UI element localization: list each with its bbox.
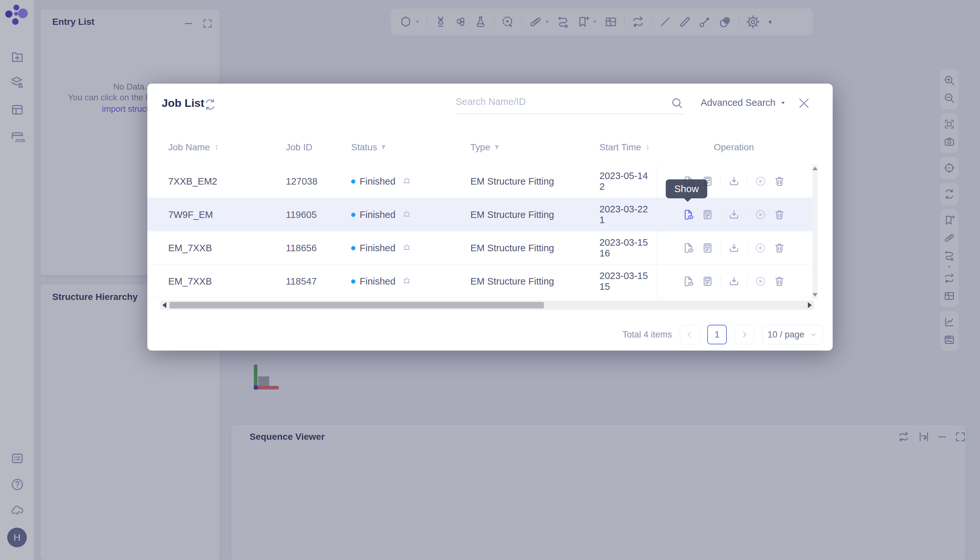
job-log-icon[interactable] <box>702 209 714 220</box>
cell-operation <box>657 198 811 231</box>
stop-job-icon <box>755 209 766 220</box>
cell-operation <box>657 265 811 298</box>
cell-job-name: EM_7XXB <box>168 231 212 265</box>
close-icon[interactable] <box>797 96 811 110</box>
current-page-button[interactable]: 1 <box>707 325 727 344</box>
job-log-icon[interactable] <box>702 242 714 254</box>
cell-operation <box>657 231 811 265</box>
operation-divider <box>747 242 747 253</box>
status-dot <box>351 279 355 283</box>
cell-status: Finished <box>351 231 412 265</box>
operation-divider <box>720 276 721 287</box>
job-list-modal: Job List Advanced Search Job Name Job ID… <box>147 83 833 350</box>
status-dot <box>351 213 355 217</box>
table-row[interactable]: EM_7XXB 118656 Finished EM Structure Fit… <box>147 231 818 265</box>
scroll-left-arrow[interactable] <box>162 302 166 308</box>
cell-type: EM Structure Fitting <box>471 231 554 265</box>
sort-icon[interactable] <box>213 144 220 151</box>
cell-status: Finished <box>351 265 412 298</box>
stop-job-icon <box>755 275 766 287</box>
show-file-icon[interactable] <box>683 275 694 287</box>
stop-job-icon <box>755 242 766 254</box>
cell-start-time: 2023-03-15 16 <box>599 231 656 265</box>
search-icon[interactable] <box>671 97 683 109</box>
table-row[interactable]: EM_7XXB 118547 Finished EM Structure Fit… <box>147 265 818 298</box>
operation-divider <box>747 276 747 287</box>
download-icon[interactable] <box>728 175 740 187</box>
status-label: Finished <box>359 243 396 253</box>
delete-trash-icon[interactable] <box>774 242 785 254</box>
filter-icon[interactable] <box>494 144 500 151</box>
search-input[interactable] <box>456 91 665 112</box>
status-label: Finished <box>359 276 396 287</box>
cell-start-time: 2023-05-14 2 <box>599 165 656 198</box>
chevron-down-icon <box>809 331 817 338</box>
advanced-search-label: Advanced Search <box>701 97 775 108</box>
show-file-icon[interactable] <box>683 209 694 220</box>
operation-divider <box>747 209 747 220</box>
cell-type: EM Structure Fitting <box>471 265 554 298</box>
page-size-select[interactable]: 10 / page <box>762 325 823 344</box>
cell-type: EM Structure Fitting <box>471 198 554 231</box>
caret-down-icon <box>780 100 786 106</box>
column-status[interactable]: Status <box>351 133 387 162</box>
status-label: Finished <box>359 210 396 220</box>
horizontal-scrollbar[interactable] <box>160 301 814 310</box>
delete-trash-icon[interactable] <box>774 175 785 187</box>
job-log-icon[interactable] <box>702 275 714 287</box>
cell-status: Finished <box>351 165 412 198</box>
modal-title: Job List <box>162 97 204 110</box>
cell-start-time: 2023-03-22 1 <box>599 198 656 231</box>
download-icon[interactable] <box>728 242 740 254</box>
cell-job-id: 118547 <box>286 265 317 298</box>
cell-job-id: 127038 <box>286 165 318 198</box>
cell-status: Finished <box>351 198 412 231</box>
refresh-icon[interactable] <box>203 98 216 111</box>
prev-page-button[interactable] <box>680 325 699 344</box>
alarm-icon[interactable] <box>402 177 412 186</box>
alarm-icon[interactable] <box>402 277 412 286</box>
vertical-scrollbar[interactable] <box>812 165 818 298</box>
operation-divider <box>747 176 747 187</box>
sort-icon[interactable] <box>644 144 651 151</box>
search-field <box>456 91 684 114</box>
cell-type: EM Structure Fitting <box>471 165 554 198</box>
alarm-icon[interactable] <box>402 243 412 253</box>
column-job-id: Job ID <box>286 133 312 162</box>
status-dot <box>351 179 355 183</box>
pagination: Total 4 items 1 10 / page <box>622 325 823 344</box>
stop-job-icon <box>755 175 766 187</box>
status-label: Finished <box>359 176 396 187</box>
cell-start-time: 2023-03-15 15 <box>599 265 656 298</box>
table-header: Job Name Job ID Status Type Start Time O… <box>147 133 833 162</box>
scroll-right-arrow[interactable] <box>808 302 812 308</box>
delete-trash-icon[interactable] <box>774 275 785 287</box>
show-tooltip: Show <box>666 179 707 198</box>
column-start-time[interactable]: Start Time <box>599 133 651 162</box>
cell-job-id: 119605 <box>286 198 317 231</box>
download-icon[interactable] <box>728 275 740 287</box>
cell-job-id: 118656 <box>286 231 317 265</box>
pagination-total: Total 4 items <box>622 330 672 340</box>
cell-job-name: EM_7XXB <box>168 265 212 298</box>
column-job-name[interactable]: Job Name <box>168 133 220 162</box>
delete-trash-icon[interactable] <box>774 209 785 220</box>
scrollbar-thumb[interactable] <box>170 302 544 308</box>
download-icon[interactable] <box>728 209 740 220</box>
operation-divider <box>720 209 721 220</box>
column-type[interactable]: Type <box>471 133 500 162</box>
scroll-down-arrow[interactable] <box>812 293 818 297</box>
alarm-icon[interactable] <box>402 210 412 220</box>
show-file-icon[interactable] <box>683 242 694 254</box>
cell-job-name: 7W9F_EM <box>168 198 213 231</box>
table-row-selected[interactable]: 7W9F_EM 119605 Finished EM Structure Fit… <box>147 198 818 231</box>
advanced-search-button[interactable]: Advanced Search <box>701 97 786 108</box>
column-operation: Operation <box>657 133 811 162</box>
status-dot <box>351 246 355 250</box>
scroll-up-arrow[interactable] <box>812 167 818 170</box>
operation-divider <box>720 242 721 253</box>
operation-divider <box>720 176 721 187</box>
next-page-button[interactable] <box>735 325 754 344</box>
table-row[interactable]: 7XXB_EM2 127038 Finished EM Structure Fi… <box>147 165 818 198</box>
filter-icon[interactable] <box>380 144 387 151</box>
